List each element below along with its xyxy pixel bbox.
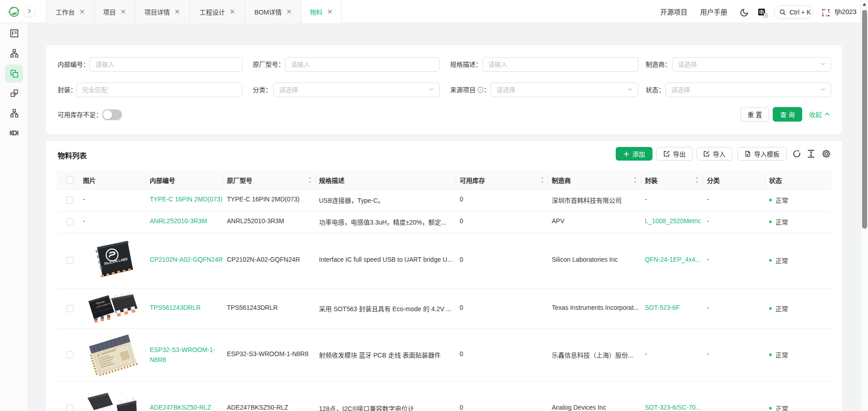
svg-text:?: ?	[480, 88, 482, 92]
